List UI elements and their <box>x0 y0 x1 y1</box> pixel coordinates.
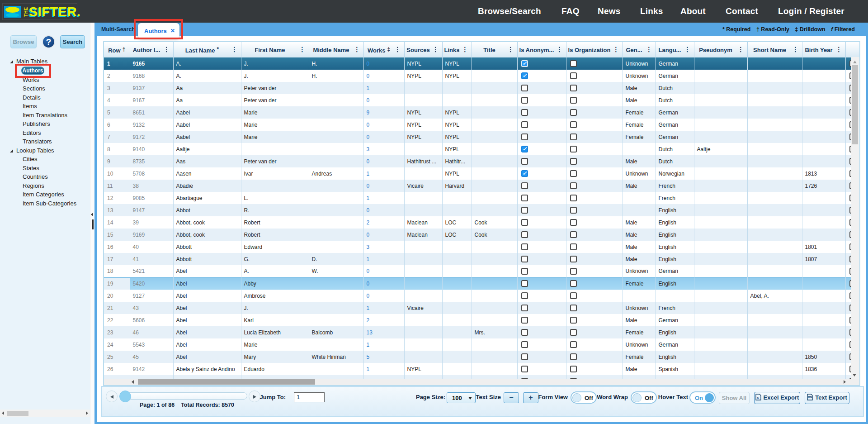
svg-text:csv: csv <box>808 396 811 398</box>
svg-text:x: x <box>757 395 759 400</box>
